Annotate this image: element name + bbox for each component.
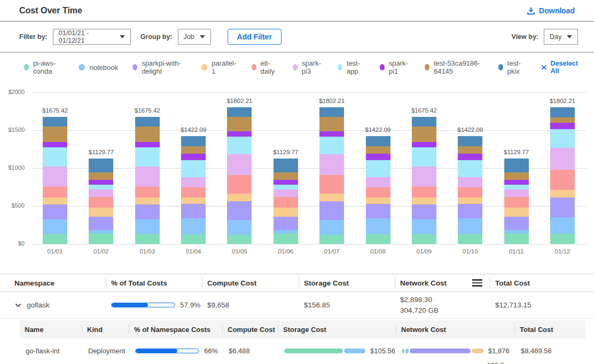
bar-segment-parallel-1[interactable]: [89, 208, 113, 217]
bar-segment-notebook[interactable]: [550, 217, 575, 234]
bar-segment-sparkpi-with-delight[interactable]: [273, 217, 298, 230]
bar-segment-spark-pi3[interactable]: [366, 177, 390, 187]
col-total-cost[interactable]: Total Cost: [490, 274, 594, 291]
col-storage-cost[interactable]: Storage Cost: [299, 274, 395, 291]
bar-segment-etl-daily[interactable]: [227, 175, 252, 194]
bar-segment-pi-aws-conda[interactable]: [458, 234, 482, 244]
bar-segment-parallel-1[interactable]: [43, 197, 67, 204]
stacked-bar-01/01[interactable]: [43, 117, 67, 244]
bar-segment-test-app[interactable]: [550, 129, 575, 148]
bar-segment-spark-pi1[interactable]: [550, 123, 575, 129]
stacked-bar-01/06[interactable]: [273, 159, 298, 244]
bar-segment-test-pkix[interactable]: [43, 117, 67, 126]
bar-segment-etl-daily[interactable]: [273, 197, 298, 208]
stacked-bar-01/02[interactable]: [89, 159, 113, 244]
bar-segment-spark-pi1[interactable]: [366, 154, 390, 160]
bar-segment-pi-aws-conda[interactable]: [319, 235, 344, 244]
bar-segment-parallel-1[interactable]: [227, 194, 252, 201]
bar-segment-test-app[interactable]: [89, 185, 113, 189]
bar-segment-spark-pi3[interactable]: [550, 148, 575, 170]
col-storage-cost[interactable]: Storage Cost: [278, 320, 396, 338]
bar-segment-spark-pi3[interactable]: [412, 167, 436, 187]
legend-item-test-53ca9186-64145[interactable]: test-53ca9186-64145: [425, 59, 484, 75]
bar-segment-test-53ca9186-64145[interactable]: [181, 146, 206, 154]
col-network-cost[interactable]: Network Cost: [395, 274, 490, 291]
col-name[interactable]: Name: [19, 320, 82, 338]
bar-segment-sparkpi-with-delight[interactable]: [181, 204, 206, 218]
col-pct-total-costs[interactable]: % of Total Costs: [106, 274, 202, 291]
date-range-select[interactable]: 01/01/21 - 01/12/21: [53, 29, 131, 45]
bar-segment-test-53ca9186-64145[interactable]: [366, 146, 390, 154]
bar-segment-notebook[interactable]: [135, 219, 160, 235]
bar-segment-parallel-1[interactable]: [181, 197, 206, 204]
bar-segment-notebook[interactable]: [89, 230, 113, 233]
bar-segment-test-app[interactable]: [135, 147, 160, 167]
bar-segment-etl-daily[interactable]: [458, 187, 482, 197]
stacked-bar-01/03[interactable]: [135, 117, 160, 244]
table-row-go-flask-int[interactable]: go-flask-int Deployment 66% $6,488 $105.…: [19, 338, 585, 364]
bar-segment-sparkpi-with-delight[interactable]: [319, 201, 344, 220]
bar-segment-etl-daily[interactable]: [89, 197, 113, 208]
col-compute-cost[interactable]: Compute Cost: [222, 320, 278, 338]
stacked-bar-01/09[interactable]: [412, 117, 436, 244]
bar-segment-test-53ca9186-64145[interactable]: [504, 172, 529, 180]
bar-segment-spark-pi1[interactable]: [273, 180, 298, 185]
chevron-down-icon[interactable]: [14, 302, 22, 309]
bar-segment-sparkpi-with-delight[interactable]: [412, 204, 436, 219]
bar-segment-test-app[interactable]: [273, 185, 298, 189]
bar-segment-spark-pi1[interactable]: [412, 142, 436, 147]
bar-segment-test-53ca9186-64145[interactable]: [89, 172, 113, 180]
bar-segment-etl-daily[interactable]: [550, 170, 575, 190]
bar-segment-parallel-1[interactable]: [458, 197, 482, 204]
col-pct-namespace-costs[interactable]: % of Namespace Costs: [129, 320, 222, 338]
bar-segment-test-app[interactable]: [412, 147, 436, 167]
bar-segment-test-pkix[interactable]: [504, 159, 529, 172]
bar-segment-pi-aws-conda[interactable]: [89, 233, 113, 244]
bar-segment-test-pkix[interactable]: [135, 117, 160, 126]
bar-segment-etl-daily[interactable]: [135, 187, 160, 197]
bar-segment-pi-aws-conda[interactable]: [412, 234, 436, 244]
bar-segment-parallel-1[interactable]: [504, 208, 529, 217]
stacked-bar-01/05[interactable]: [227, 107, 252, 244]
bar-segment-pi-aws-conda[interactable]: [366, 234, 390, 244]
bar-segment-parallel-1[interactable]: [319, 194, 344, 201]
bar-segment-spark-pi3[interactable]: [43, 167, 67, 187]
bar-segment-spark-pi3[interactable]: [181, 177, 206, 187]
bar-segment-spark-pi1[interactable]: [89, 180, 113, 185]
bar-segment-spark-pi3[interactable]: [458, 177, 482, 187]
bar-segment-spark-pi1[interactable]: [135, 142, 160, 147]
stacked-bar-01/04[interactable]: [181, 136, 206, 244]
bar-segment-test-pkix[interactable]: [181, 136, 206, 146]
bar-segment-pi-aws-conda[interactable]: [43, 234, 67, 244]
bar-segment-sparkpi-with-delight[interactable]: [89, 217, 113, 230]
bar-segment-test-app[interactable]: [319, 137, 344, 154]
bar-segment-test-pkix[interactable]: [227, 107, 252, 117]
col-total-cost[interactable]: Total Cost: [514, 320, 585, 338]
bar-segment-test-pkix[interactable]: [319, 107, 344, 117]
bar-segment-test-53ca9186-64145[interactable]: [273, 172, 298, 180]
view-by-select[interactable]: Day: [544, 29, 578, 45]
col-namespace[interactable]: Namespace: [0, 274, 106, 291]
legend-item-sparkpi-with-delight[interactable]: sparkpi-with-delight: [132, 59, 187, 75]
bar-segment-test-53ca9186-64145[interactable]: [550, 117, 575, 123]
bar-segment-etl-daily[interactable]: [412, 187, 436, 197]
bar-segment-notebook[interactable]: [412, 219, 436, 235]
download-button[interactable]: Download: [527, 6, 575, 15]
bar-segment-sparkpi-with-delight[interactable]: [43, 204, 67, 219]
bar-segment-parallel-1[interactable]: [366, 197, 390, 204]
bar-segment-notebook[interactable]: [366, 218, 390, 234]
col-compute-cost[interactable]: Compute Cost: [202, 274, 299, 291]
bar-segment-test-53ca9186-64145[interactable]: [319, 117, 344, 131]
bar-segment-etl-daily[interactable]: [504, 197, 529, 208]
bar-segment-test-53ca9186-64145[interactable]: [227, 117, 252, 131]
bar-segment-test-pkix[interactable]: [89, 159, 113, 172]
bar-segment-test-pkix[interactable]: [273, 159, 298, 172]
bar-segment-test-app[interactable]: [43, 147, 67, 167]
bar-segment-parallel-1[interactable]: [135, 197, 160, 204]
bar-segment-sparkpi-with-delight[interactable]: [504, 217, 529, 230]
bar-segment-notebook[interactable]: [227, 220, 252, 235]
col-kind[interactable]: Kind: [82, 320, 129, 338]
stacked-bar-01/11[interactable]: [504, 159, 529, 244]
table-row-goflask[interactable]: goflask 57.9% $9,658 $156.85 $2,898.30 3…: [0, 292, 594, 319]
bar-segment-parallel-1[interactable]: [412, 197, 436, 204]
